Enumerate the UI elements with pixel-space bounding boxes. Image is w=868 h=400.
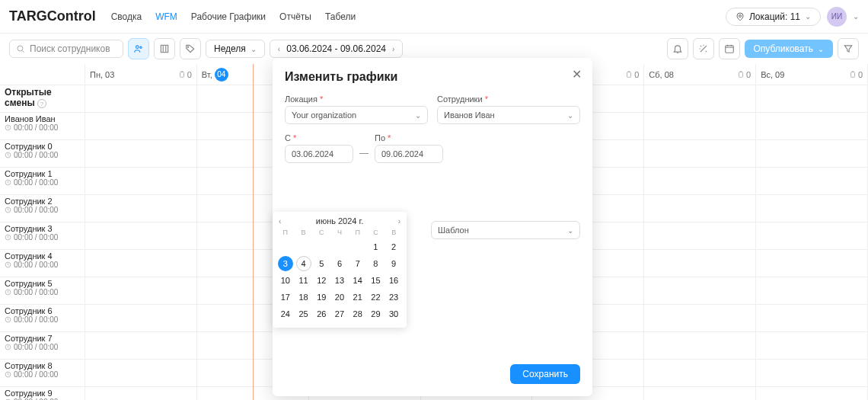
schedule-cell[interactable] <box>644 140 756 167</box>
nav-рабочие графики[interactable]: Рабочие Графики <box>191 11 266 22</box>
schedule-cell[interactable] <box>85 387 197 400</box>
cal-day[interactable]: 18 <box>296 290 311 305</box>
bell-button[interactable] <box>667 38 688 59</box>
nav-сводка[interactable]: Сводка <box>111 11 142 22</box>
period-select[interactable]: Неделя ⌄ <box>206 40 265 58</box>
cal-day[interactable]: 15 <box>368 273 383 288</box>
schedule-cell[interactable] <box>644 113 756 139</box>
cal-day[interactable]: 13 <box>332 273 347 288</box>
schedule-cell[interactable] <box>756 85 868 112</box>
schedule-cell[interactable] <box>756 222 868 249</box>
employee-row-label[interactable]: Сотрудник 900:00 / 00:00 <box>0 387 85 400</box>
schedule-cell[interactable] <box>756 168 868 194</box>
schedule-cell[interactable] <box>85 250 197 277</box>
wand-button[interactable] <box>693 38 714 59</box>
chevron-right-icon[interactable]: › <box>392 45 394 53</box>
schedule-cell[interactable] <box>756 305 868 331</box>
cal-day[interactable]: 10 <box>278 273 293 288</box>
employee-row-label[interactable]: Сотрудник 700:00 / 00:00 <box>0 332 85 359</box>
employee-row-label[interactable]: Сотрудник 200:00 / 00:00 <box>0 195 85 222</box>
schedule-cell[interactable] <box>644 305 756 331</box>
schedule-cell[interactable] <box>756 387 868 400</box>
cal-day[interactable]: 7 <box>350 256 365 271</box>
cal-day[interactable]: 23 <box>386 290 401 305</box>
schedule-cell[interactable] <box>85 113 197 139</box>
publish-button[interactable]: Опубликовать ⌄ <box>745 40 833 58</box>
chevron-down-icon[interactable]: ⌄ <box>853 12 859 21</box>
nav-отчёты[interactable]: Отчёты <box>279 11 311 22</box>
schedule-cell[interactable] <box>756 332 868 359</box>
schedule-cell[interactable] <box>644 195 756 222</box>
cal-day[interactable]: 28 <box>350 306 365 322</box>
cal-day[interactable]: 6 <box>332 256 347 271</box>
schedule-cell[interactable] <box>85 140 197 167</box>
employee-row-label[interactable]: Сотрудник 100:00 / 00:00 <box>0 168 85 194</box>
employee-row-label[interactable]: Сотрудник 400:00 / 00:00 <box>0 250 85 277</box>
cal-day[interactable]: 14 <box>350 273 365 288</box>
schedule-cell[interactable] <box>756 250 868 277</box>
schedule-cell[interactable] <box>85 85 197 112</box>
cal-next-icon[interactable]: › <box>398 217 400 226</box>
schedule-cell[interactable] <box>85 277 197 304</box>
cal-day[interactable]: 19 <box>314 290 329 305</box>
schedule-cell[interactable] <box>756 360 868 386</box>
schedule-cell[interactable] <box>85 332 197 359</box>
schedule-cell[interactable] <box>756 113 868 139</box>
cal-day[interactable]: 9 <box>386 256 401 271</box>
cal-day[interactable]: 22 <box>368 290 383 305</box>
cal-day[interactable]: 8 <box>368 256 383 271</box>
location-picker[interactable]: Локаций: 11 ⌄ <box>726 8 821 26</box>
schedule-cell[interactable] <box>85 305 197 331</box>
schedule-cell[interactable] <box>644 250 756 277</box>
nav-wfm[interactable]: WFM <box>155 11 177 22</box>
nav-табели[interactable]: Табели <box>325 11 356 22</box>
cal-day[interactable]: 16 <box>386 273 401 288</box>
location-select[interactable]: Your organization ⌄ <box>285 106 428 124</box>
schedule-cell[interactable] <box>644 387 756 400</box>
cal-day[interactable]: 26 <box>314 306 329 322</box>
view-people-button[interactable] <box>128 38 149 59</box>
cal-day[interactable]: 4 <box>296 256 311 271</box>
cal-day[interactable]: 27 <box>332 306 347 322</box>
cal-day[interactable]: 25 <box>296 306 311 322</box>
cal-day[interactable]: 29 <box>368 306 383 322</box>
template-select[interactable]: Шаблон ⌄ <box>431 221 580 239</box>
view-tag-button[interactable] <box>180 38 201 59</box>
cal-day[interactable]: 20 <box>332 290 347 305</box>
cal-day[interactable]: 21 <box>350 290 365 305</box>
employee-row-label[interactable]: Сотрудник 500:00 / 00:00 <box>0 277 85 304</box>
schedule-cell[interactable] <box>644 168 756 194</box>
schedule-cell[interactable] <box>85 360 197 386</box>
cal-day[interactable]: 12 <box>314 273 329 288</box>
employee-row-label[interactable]: Сотрудник 600:00 / 00:00 <box>0 305 85 331</box>
employee-row-label[interactable]: Иванов Иван00:00 / 00:00 <box>0 113 85 139</box>
cal-day[interactable]: 1 <box>368 239 383 254</box>
schedule-cell[interactable] <box>644 85 756 112</box>
filter-button[interactable] <box>838 38 859 59</box>
schedule-cell[interactable] <box>85 168 197 194</box>
schedule-cell[interactable] <box>85 222 197 249</box>
date-range-picker[interactable]: ‹ 03.06.2024 - 09.06.2024 › <box>270 40 403 58</box>
schedule-cell[interactable] <box>644 360 756 386</box>
schedule-cell[interactable] <box>756 140 868 167</box>
chevron-left-icon[interactable]: ‹ <box>278 45 280 53</box>
employee-row-label[interactable]: Сотрудник 000:00 / 00:00 <box>0 140 85 167</box>
close-icon[interactable]: ✕ <box>572 67 582 82</box>
calendar-button[interactable] <box>719 38 740 59</box>
to-date-input[interactable]: 09.06.2024 <box>375 145 443 163</box>
view-building-button[interactable] <box>154 38 175 59</box>
schedule-cell[interactable] <box>644 277 756 304</box>
cal-day[interactable]: 17 <box>278 290 293 305</box>
cal-day[interactable]: 30 <box>386 306 401 322</box>
employees-select[interactable]: Иванов Иван ⌄ <box>437 106 580 124</box>
from-date-input[interactable]: 03.06.2024 <box>285 145 353 163</box>
schedule-cell[interactable] <box>756 277 868 304</box>
avatar[interactable]: ИИ <box>827 7 847 27</box>
schedule-cell[interactable] <box>756 195 868 222</box>
cal-day[interactable]: 24 <box>278 306 293 322</box>
employee-row-label[interactable]: Сотрудник 800:00 / 00:00 <box>0 360 85 386</box>
schedule-cell[interactable] <box>85 195 197 222</box>
search-input[interactable]: Поиск сотрудников <box>9 40 123 58</box>
save-button[interactable]: Сохранить <box>510 364 580 384</box>
schedule-cell[interactable] <box>644 222 756 249</box>
